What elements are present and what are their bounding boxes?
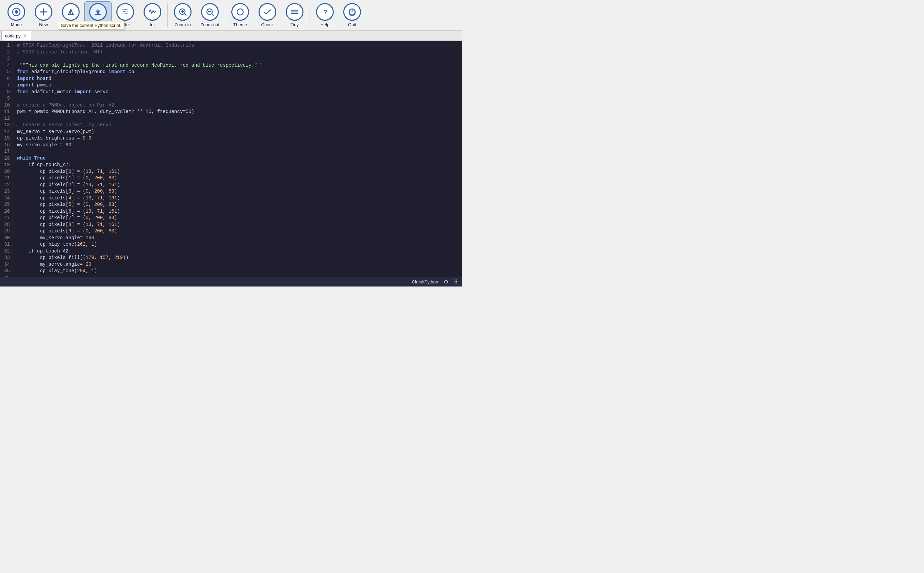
code-line: import board <box>17 75 458 82</box>
theme-button[interactable]: Theme <box>227 2 254 29</box>
line-number: 16 <box>2 142 10 149</box>
code-line: # Create a servo object, my_servo. <box>17 122 458 128</box>
code-line: if cp.touch_A2: <box>17 248 458 255</box>
line-number: 3 <box>2 55 10 62</box>
svg-point-15 <box>237 9 243 15</box>
tab-bar: code.py ✕ <box>0 31 462 41</box>
gear-icon[interactable]: ⚙ <box>444 279 449 285</box>
line-number: 2 <box>2 49 10 56</box>
line-number: 11 <box>2 108 10 115</box>
line-number: 17 <box>2 148 10 155</box>
quit-icon <box>343 3 361 21</box>
code-line: my_servo.angle = 90 <box>17 142 458 149</box>
code-line: while True: <box>17 155 458 162</box>
line-number: 28 <box>2 222 10 228</box>
divider-1 <box>167 3 168 27</box>
zoomin-label: Zoom-in <box>175 22 191 27</box>
zoomout-button[interactable]: Zoom-out <box>196 2 224 29</box>
line-number: 32 <box>2 248 10 255</box>
mode-label: Mode <box>11 22 22 27</box>
line-number: 5 <box>2 69 10 75</box>
divider-3 <box>310 3 310 27</box>
tidy-label: Tidy <box>291 22 299 27</box>
tab-close-button[interactable]: ✕ <box>23 33 28 38</box>
line-numbers: 1234567891011121314151617181920212223242… <box>0 41 13 277</box>
status-bar: CircuitPython ⚙ ⠿ <box>0 277 462 286</box>
svg-point-1 <box>15 10 18 14</box>
code-line: cp.pixels[2] = (13, 71, 161) <box>17 182 458 188</box>
quit-label: Quit <box>348 22 356 27</box>
line-number: 1 <box>2 42 10 49</box>
line-number: 20 <box>2 168 10 175</box>
help-label: Help <box>321 22 330 27</box>
check-label: Check <box>261 22 274 27</box>
check-icon <box>258 3 276 21</box>
code-line <box>17 95 458 102</box>
analyze-icon <box>144 3 161 21</box>
new-label: New <box>39 22 48 27</box>
line-number: 23 <box>2 188 10 195</box>
code-line: cp.pixels[3] = (0, 200, 83) <box>17 188 458 195</box>
code-line: cp.pixels[9] = (0, 200, 83) <box>17 228 458 235</box>
code-line: cp.pixels.brightness = 0.3 <box>17 135 458 142</box>
code-line: cp.pixels[8] = (13, 71, 161) <box>17 222 458 228</box>
analyze-button[interactable]: ter <box>139 2 166 29</box>
code-content[interactable]: # SPDX-FileCopyrightText: 2021 ladyada f… <box>13 41 462 277</box>
tab-code-py[interactable]: code.py ✕ <box>2 31 31 41</box>
line-number: 6 <box>2 75 10 82</box>
tidy-button[interactable]: Tidy <box>281 2 308 29</box>
code-line: cp.pixels[0] = (13, 71, 161) <box>17 168 458 175</box>
zoomout-icon <box>201 3 219 21</box>
svg-line-11 <box>184 14 186 15</box>
line-number: 26 <box>2 208 10 215</box>
code-line <box>17 115 458 122</box>
help-icon: ? <box>316 3 334 21</box>
line-number: 4 <box>2 62 10 69</box>
zoomin-icon <box>174 3 192 21</box>
quit-button[interactable]: Quit <box>339 2 366 29</box>
line-number: 30 <box>2 235 10 241</box>
line-number: 31 <box>2 241 10 248</box>
editor-area: 1234567891011121314151617181920212223242… <box>0 41 462 277</box>
code-line <box>17 55 458 62</box>
code-line: pwm = pwmio.PWMOut(board.A1, duty_cycle=… <box>17 108 458 115</box>
line-number: 27 <box>2 215 10 222</box>
filter-icon <box>116 3 134 21</box>
new-button[interactable]: New <box>30 2 57 29</box>
new-icon <box>35 3 52 21</box>
code-line: # create a PWMOut object on Pin A2. <box>17 102 458 109</box>
zoomin-button[interactable]: Zoom-in <box>169 2 196 29</box>
line-number: 13 <box>2 122 10 128</box>
code-line <box>17 275 458 277</box>
line-number: 22 <box>2 182 10 188</box>
tab-label: code.py <box>5 33 21 38</box>
zoomout-label: Zoom-out <box>200 22 219 27</box>
code-line: from adafruit_motor import servo <box>17 89 458 96</box>
line-number: 19 <box>2 161 10 168</box>
check-button[interactable]: Check <box>254 2 281 29</box>
code-line: my_servo.angle= 20 <box>17 261 458 268</box>
line-number: 8 <box>2 89 10 96</box>
theme-icon <box>231 3 249 21</box>
help-button[interactable]: ? Help <box>311 2 339 29</box>
code-line <box>17 148 458 155</box>
line-number: 35 <box>2 268 10 275</box>
code-line: if cp.touch_A7: <box>17 161 458 168</box>
load-icon <box>62 3 80 21</box>
grid-icon[interactable]: ⠿ <box>454 279 458 285</box>
code-line: # SPDX-FileCopyrightText: 2021 ladyada f… <box>17 42 458 49</box>
svg-text:?: ? <box>324 9 327 16</box>
code-line: cp.pixels[5] = (0, 200, 83) <box>17 202 458 208</box>
code-line: my_servo = servo.Servo(pwm) <box>17 128 458 135</box>
code-line: from adafruit_circuitplayground import c… <box>17 69 458 75</box>
line-number: 21 <box>2 175 10 182</box>
mode-button[interactable]: Mode <box>3 2 30 29</box>
theme-label: Theme <box>233 22 247 27</box>
code-line: # SPDX-License-Identifier: MIT <box>17 49 458 56</box>
line-number: 9 <box>2 95 10 102</box>
code-line: cp.pixels[6] = (13, 71, 161) <box>17 208 458 215</box>
tidy-icon <box>286 3 303 21</box>
svg-line-14 <box>212 14 213 15</box>
status-text: CircuitPython <box>412 279 438 285</box>
code-line: """This example lights up the first and … <box>17 62 458 69</box>
